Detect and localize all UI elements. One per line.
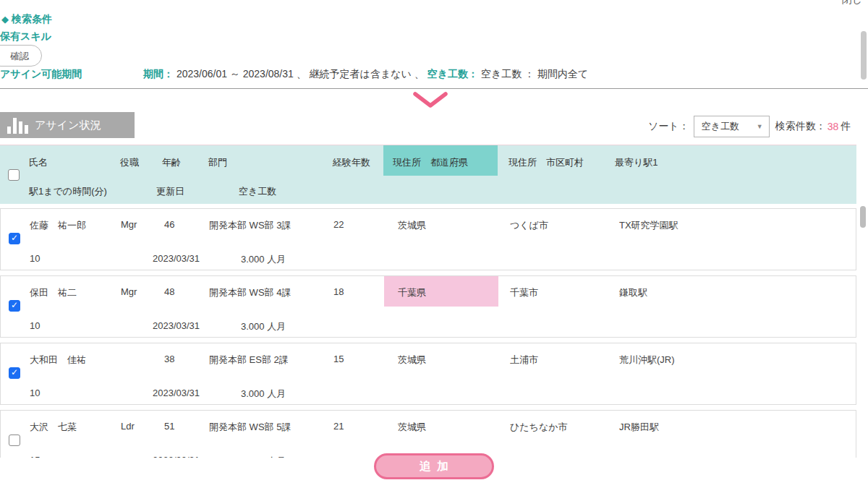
sort-selected-value: 空き工数 (702, 120, 739, 133)
table-row[interactable]: 大沢 七菜 Ldr 51 開発本部 WS部 5課 21 茨城県 ひたちなか市 J… (0, 410, 856, 458)
assign-status-title: アサイン状況 (35, 119, 101, 132)
diamond-icon: ◆ (1, 14, 9, 25)
cell-pref: 茨城県 (398, 421, 426, 434)
bar-chart-icon (7, 116, 28, 134)
caret-down-icon: ▼ (757, 123, 763, 130)
sort-label: ソート： (648, 120, 689, 133)
cell-station: TX研究学園駅 (619, 219, 678, 232)
col-dept: 部門 (208, 156, 227, 169)
chevron-down-icon[interactable] (412, 91, 448, 110)
cell-dept: 開発本部 WS部 4課 (209, 286, 291, 299)
table-rows-viewport: 佐藤 祐一郎 Mgr 46 開発本部 WS部 3課 22 茨城県 つくば市 TX… (0, 208, 868, 458)
cell-station: 荒川沖駅(JR) (619, 354, 675, 367)
page-scrollbar-thumb[interactable] (861, 31, 867, 80)
cell-time: 15 (30, 455, 40, 458)
cell-time: 10 (30, 320, 40, 331)
cell-city: 千葉市 (510, 286, 538, 299)
cell-capacity: 3.000 人月 (241, 388, 286, 401)
table-row[interactable]: 大和田 佳祐 38 開発本部 ES部 2課 15 茨城県 土浦市 荒川沖駅(JR… (0, 343, 856, 405)
cell-pref: 茨城県 (398, 219, 426, 232)
col-station: 最寄り駅1 (615, 156, 658, 169)
capacity-value: 空き工数 ： 期間内全て (481, 68, 588, 80)
col-role: 役職 (120, 156, 139, 169)
cell-dept: 開発本部 WS部 3課 (209, 219, 291, 232)
cell-age: 46 (164, 219, 174, 230)
cell-age: 48 (164, 286, 174, 297)
period-value: 2023/06/01 ～ 2023/08/31 、 継続予定者は含まない 、 (176, 68, 425, 80)
table-row[interactable]: 保田 祐二 Mgr 48 開発本部 WS部 4課 18 千葉県 千葉市 鎌取駅 … (0, 275, 856, 338)
cell-role: Mgr (121, 219, 137, 230)
period-label: 期間： (143, 68, 174, 80)
sort-dropdown[interactable]: 空き工数 ▼ (694, 116, 770, 137)
sort-area: ソート： 空き工数 ▼ 検索件数： 38 件 (648, 116, 851, 137)
cell-name: 保田 祐二 (30, 286, 77, 299)
cell-exp: 22 (333, 219, 344, 230)
row-checkbox[interactable] (9, 367, 20, 379)
divider-line (0, 88, 868, 89)
cell-station: 鎌取駅 (619, 286, 647, 299)
cell-exp: 15 (333, 354, 344, 364)
cell-capacity: 3.000 人月 (241, 320, 286, 333)
col-pref: 現住所 都道府県 (393, 156, 468, 169)
cell-updated: 2023/03/31 (153, 455, 200, 458)
col-capacity: 空き工数 (239, 185, 276, 198)
cell-age: 51 (164, 421, 174, 432)
assign-period-label: アサイン可能期間 (0, 68, 82, 81)
cell-time: 10 (30, 253, 40, 264)
cell-role: Mgr (121, 286, 137, 297)
cell-exp: 21 (333, 421, 344, 432)
col-updated: 更新日 (156, 185, 184, 198)
cell-capacity: 3.000 人月 (241, 253, 286, 266)
capacity-label: 空き工数： (427, 68, 478, 80)
cell-dept: 開発本部 ES部 2課 (209, 354, 289, 367)
search-conditions-label: 検索条件 (12, 13, 52, 25)
table-header: 氏名 役職 年齢 部門 経験年数 現住所 都道府県 現住所 市区町村 最寄り駅1… (0, 145, 856, 204)
cell-pref: 千葉県 (398, 286, 426, 299)
cell-updated: 2023/03/31 (153, 388, 200, 398)
select-all-checkbox[interactable] (8, 169, 20, 181)
cell-name: 大沢 七菜 (30, 421, 77, 434)
search-conditions-title: ◆検索条件 (1, 13, 52, 26)
col-time: 駅1までの時間(分) (29, 185, 107, 198)
table-row[interactable]: 佐藤 祐一郎 Mgr 46 開発本部 WS部 3課 22 茨城県 つくば市 TX… (0, 208, 856, 270)
cell-name: 大和田 佳祐 (30, 354, 86, 367)
corner-close-text[interactable]: 閉じ (842, 0, 862, 6)
row-checkbox[interactable] (9, 300, 20, 312)
cell-capacity: 3.000 人月 (241, 455, 286, 458)
result-count-value: 38 (827, 121, 839, 132)
cell-dept: 開発本部 WS部 5課 (209, 421, 291, 434)
cell-updated: 2023/03/31 (153, 320, 200, 331)
assign-status-badge: アサイン状況 (0, 112, 135, 138)
cell-city: 土浦市 (510, 354, 538, 367)
result-count-label: 検索件数： (775, 120, 826, 133)
cell-city: ひたちなか市 (510, 421, 568, 434)
result-count-unit: 件 (841, 120, 851, 133)
col-name: 氏名 (29, 156, 48, 169)
cell-role: Ldr (121, 421, 135, 432)
row-checkbox[interactable] (9, 435, 20, 446)
cell-time: 10 (30, 388, 40, 398)
cell-exp: 18 (333, 286, 344, 297)
col-city: 現住所 市区町村 (509, 156, 584, 169)
add-button[interactable]: 追加 (374, 453, 494, 479)
col-exp: 経験年数 (333, 156, 370, 169)
col-age: 年齢 (162, 156, 181, 169)
cell-station: JR勝田駅 (619, 421, 659, 434)
skill-label: 保有スキル (0, 30, 51, 43)
row-checkbox[interactable] (9, 233, 20, 244)
cell-updated: 2023/03/31 (153, 253, 200, 264)
cell-city: つくば市 (510, 219, 548, 232)
cell-age: 38 (164, 354, 174, 364)
confirm-button[interactable]: 確認 (0, 45, 42, 67)
cell-pref: 茨城県 (398, 354, 426, 367)
cell-name: 佐藤 祐一郎 (30, 219, 86, 232)
